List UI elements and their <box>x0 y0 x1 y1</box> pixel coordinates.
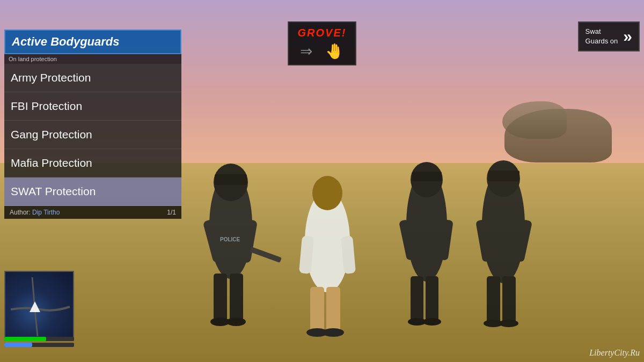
menu-item-gang[interactable]: Gang Protection <box>4 121 181 149</box>
svg-point-36 <box>499 320 518 327</box>
svg-rect-10 <box>250 247 282 263</box>
menu-footer: Author: Dip Tirtho 1/1 <box>4 206 181 219</box>
health-bar <box>4 337 74 341</box>
grove-hud: GROVE! ⇒ 🤚 <box>288 21 356 65</box>
svg-rect-37 <box>11 277 70 336</box>
svg-rect-34 <box>502 276 516 323</box>
watermark: LibertyCity.Ru <box>589 348 640 358</box>
page-indicator: 1/1 <box>167 209 176 216</box>
grove-hand-icon: 🤚 <box>325 42 344 60</box>
svg-rect-21 <box>412 172 442 181</box>
svg-rect-24 <box>411 276 423 322</box>
status-bars <box>4 337 74 347</box>
swat-arrow-icon: » <box>623 27 632 46</box>
armor-bar <box>4 343 74 347</box>
author-name: Dip Tirtho <box>32 209 60 216</box>
svg-rect-5 <box>214 274 227 322</box>
author-label: Author: Dip Tirtho <box>10 209 60 216</box>
svg-rect-15 <box>310 287 324 333</box>
menu-item-swat[interactable]: SWAT Protection <box>4 178 181 206</box>
grove-arrow-icon: ⇒ <box>300 42 312 60</box>
svg-rect-30 <box>488 171 519 181</box>
svg-rect-2 <box>215 174 247 185</box>
menu-panel: Active Bodyguards On land protection Arm… <box>4 29 181 219</box>
svg-point-8 <box>226 317 246 326</box>
grove-icons: ⇒ 🤚 <box>300 42 344 60</box>
svg-marker-38 <box>30 301 40 312</box>
svg-rect-33 <box>487 276 500 323</box>
svg-point-27 <box>423 318 441 326</box>
menu-item-mafia[interactable]: Mafia Protection <box>4 149 181 178</box>
armor-bar-fill <box>4 343 32 347</box>
health-bar-fill <box>4 337 46 341</box>
menu-item-army[interactable]: Army Protection <box>4 64 181 92</box>
svg-text:POLICE: POLICE <box>220 237 240 242</box>
minimap-inner <box>5 272 73 339</box>
svg-point-12 <box>312 176 342 210</box>
svg-rect-25 <box>426 276 438 322</box>
menu-subtitle: On land protection <box>4 54 181 64</box>
svg-rect-6 <box>230 274 243 322</box>
menu-title: Active Bodyguards <box>4 29 181 54</box>
swat-notification: Swat Guards on » <box>578 21 640 51</box>
swat-text: Swat Guards on <box>586 27 618 46</box>
minimap <box>4 271 74 341</box>
menu-item-fbi[interactable]: FBI Protection <box>4 92 181 121</box>
svg-rect-16 <box>326 287 340 333</box>
svg-point-18 <box>323 328 344 337</box>
grove-text: GROVE! <box>298 27 347 39</box>
